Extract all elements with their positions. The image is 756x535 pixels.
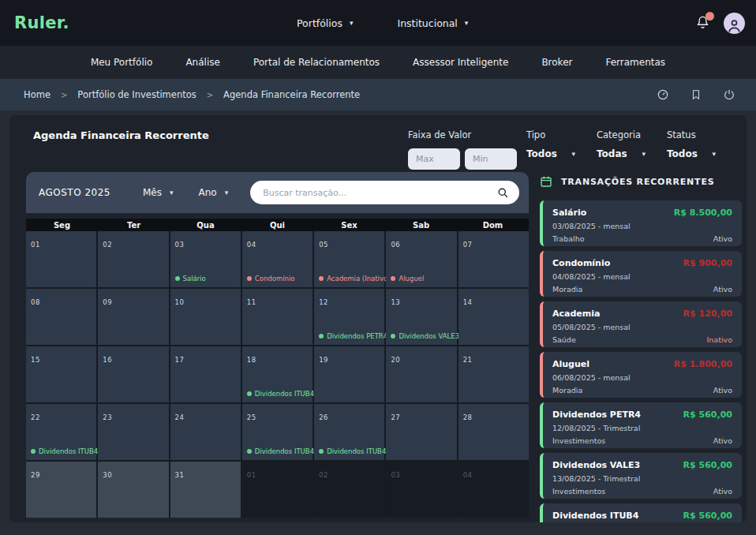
top-menu-institucional[interactable]: Institucional▾ [397,17,468,29]
transaction-card[interactable]: Dividendos ITUB4R$ 560,0018/08/2025 - Tr… [540,503,742,522]
calendar-day-02[interactable]: 02 [98,231,168,287]
weekday-label: Dom [457,219,529,231]
nav-item-meu-portfólio[interactable]: Meu Portfólio [91,57,153,68]
calendar-day-05[interactable]: 05Academia (Inativo) [314,231,384,287]
chevron-down-icon: ▾ [712,150,716,158]
tipo-dropdown[interactable]: Todos ▾ [526,148,575,159]
header-actions [695,13,745,34]
categoria-label: Categoria [597,129,646,140]
day-number: 17 [175,356,185,364]
breadcrumb-item[interactable]: Home [24,89,51,100]
gauge-icon[interactable] [657,88,669,101]
calendar-day-11[interactable]: 11 [242,289,313,345]
calendar-day-22[interactable]: 22Dividendos ITUB4 [26,404,96,460]
calendar-day-28[interactable]: 28 [458,404,529,460]
transaction-row1: Dividendos PETR4R$ 560,00 [552,410,732,420]
min-input[interactable] [465,148,517,170]
calendar-day-08[interactable]: 08 [26,289,96,345]
transaction-card[interactable]: Dividendos PETR4R$ 560,0012/08/2025 - Tr… [540,402,742,448]
calendar-day-16[interactable]: 16 [98,346,168,402]
calendar-event[interactable]: Aluguel [391,275,424,282]
calendar-day-24[interactable]: 24 [170,404,241,460]
user-avatar[interactable] [724,13,745,34]
transaction-name: Academia [552,309,600,319]
calendar-day-09[interactable]: 09 [98,289,168,345]
calendar-day-10[interactable]: 10 [170,289,241,345]
transaction-row1: CondomínioR$ 900,00 [552,258,732,268]
transaction-card[interactable]: AcademiaR$ 120,0005/08/2025 - mensalSaúd… [540,301,742,347]
top-menu-label: Portfólios [297,17,342,29]
day-number: 04 [247,241,256,249]
day-number: 28 [463,413,473,421]
calendar-day-03[interactable]: 03 [386,462,456,518]
breadcrumb-item[interactable]: Agenda Financeira Recorrente [223,89,360,100]
calendar-day-15[interactable]: 15 [26,346,96,402]
brand-logo[interactable]: Ruler. [14,13,69,32]
top-menu-portfólios[interactable]: Portfólios▾ [297,17,353,29]
transaction-status: Ativo [713,285,732,294]
calendar-day-04[interactable]: 04Condomínio [242,231,313,287]
day-number: 10 [175,298,185,306]
calendar-event[interactable]: Dividendos VALE3 [391,332,458,340]
calendar-day-31[interactable]: 31 [170,462,241,518]
status-label: Status [667,129,716,140]
transaction-card[interactable]: CondomínioR$ 900,0004/08/2025 - mensalMo… [540,251,742,297]
calendar-day-07[interactable]: 07 [458,231,529,287]
nav-item-assessor-inteligente[interactable]: Assessor Inteligente [413,57,508,68]
search-icon[interactable] [497,187,509,199]
calendar-event[interactable]: Condomínio [247,275,295,282]
calendar-day-12[interactable]: 12Dividendos PETR4 [314,289,384,345]
breadcrumb-item[interactable]: Portfólio de Investimentos [77,89,196,100]
bookmark-icon[interactable] [691,88,702,101]
transaction-card[interactable]: AluguelR$ 1.800,0006/08/2025 - mensalMor… [540,352,742,398]
calendar-day-06[interactable]: 06Aluguel [386,231,456,287]
day-number: 21 [463,356,473,364]
day-number: 22 [31,413,40,421]
calendar-event[interactable]: Academia (Inativo) [319,275,387,282]
search-bar [250,181,519,204]
notifications-button[interactable] [695,14,711,32]
calendar-day-02[interactable]: 02 [314,462,384,518]
calendar-event[interactable]: Dividendos ITUB4 [31,447,98,455]
calendar-event[interactable]: Dividendos ITUB4 [247,447,314,455]
transaction-card[interactable]: SalárioR$ 8.500,0003/08/2025 - mensalTra… [540,200,742,246]
calendar-day-27[interactable]: 27 [386,404,456,460]
calendar-day-21[interactable]: 21 [458,346,529,402]
nav-item-portal-de-relacionamentos[interactable]: Portal de Relacionamentos [253,57,380,68]
event-label: Salário [183,275,206,282]
max-input[interactable] [408,148,460,170]
calendar-day-29[interactable]: 29 [26,462,96,518]
nav-item-análise[interactable]: Análise [185,57,219,68]
calendar-event[interactable]: Dividendos ITUB4 [319,447,386,455]
transaction-name: Dividendos PETR4 [552,410,641,420]
calendar-day-03[interactable]: 03Salário [170,231,241,287]
calendar-event[interactable]: Dividendos PETR4 [319,332,387,340]
ano-dropdown[interactable]: Ano ▾ [199,187,229,198]
calendar-day-19[interactable]: 19 [314,346,384,402]
categoria-dropdown[interactable]: Todas ▾ [597,148,646,159]
status-dropdown[interactable]: Todos ▾ [667,148,716,159]
calendar-event[interactable]: Dividendos ITUB4 [247,390,314,398]
calendar-event[interactable]: Salário [175,275,206,282]
calendar-day-14[interactable]: 14 [458,289,529,345]
search-input[interactable] [263,188,497,198]
calendar-day-18[interactable]: 18Dividendos ITUB4 [242,346,313,402]
nav-item-ferramentas[interactable]: Ferramentas [605,57,665,68]
chevron-down-icon: ▾ [571,150,575,158]
calendar-day-26[interactable]: 26Dividendos ITUB4 [314,404,384,460]
transaction-card[interactable]: Dividendos VALE3R$ 560,0013/08/2025 - Tr… [540,453,742,499]
calendar-day-20[interactable]: 20 [386,346,456,402]
breadcrumb-separator: > [207,91,213,99]
calendar-day-23[interactable]: 23 [98,404,168,460]
nav-item-broker[interactable]: Broker [541,57,572,68]
power-icon[interactable] [723,88,735,101]
calendar-day-13[interactable]: 13Dividendos VALE3 [386,289,456,345]
calendar-day-25[interactable]: 25Dividendos ITUB4 [242,404,313,460]
calendar-day-04[interactable]: 04 [458,462,529,518]
transaction-schedule: 04/08/2025 - mensal [552,272,732,281]
calendar-day-17[interactable]: 17 [170,346,241,402]
calendar-day-01[interactable]: 01 [26,231,96,287]
calendar-day-01[interactable]: 01 [242,462,313,518]
mes-dropdown[interactable]: Mês ▾ [143,187,174,198]
calendar-day-30[interactable]: 30 [98,462,168,518]
